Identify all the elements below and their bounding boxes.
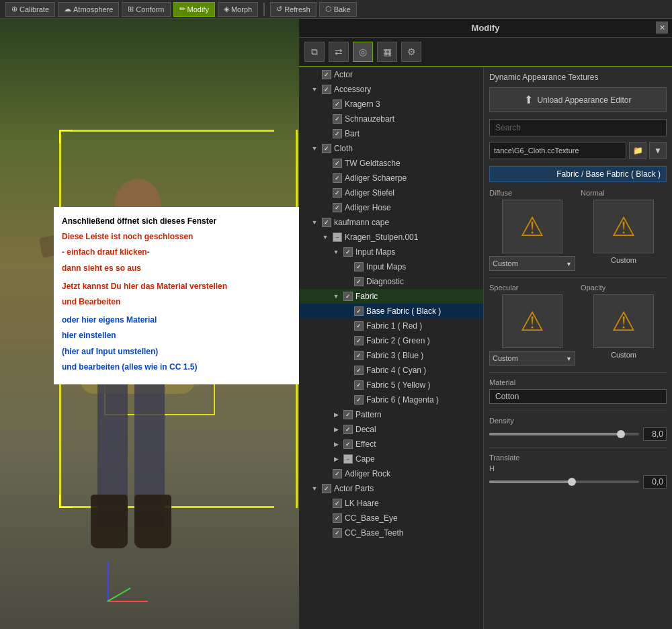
tree-arrow-cloth[interactable] [310, 144, 319, 153]
tree-item-fabric6[interactable]: Fabric 6 ( Magenta ) [299, 392, 483, 407]
tree-checkbox-ccteeth[interactable] [333, 528, 342, 538]
tree-arrow-actorparts[interactable] [310, 484, 319, 493]
density-slider-track[interactable] [489, 433, 639, 435]
tree-checkbox-effect[interactable] [343, 439, 353, 449]
material-value[interactable] [489, 389, 667, 404]
icon-btn-grid[interactable]: ▦ [377, 42, 397, 62]
tree-checkbox-fabric1[interactable] [354, 321, 364, 331]
tree-checkbox-cceye[interactable] [333, 513, 342, 523]
translate-slider-thumb[interactable] [568, 478, 576, 486]
tree-arrow-decal[interactable] [331, 425, 341, 434]
tree-item-actor[interactable]: Actor [299, 67, 483, 82]
icon-btn-circle[interactable]: ◎ [353, 42, 373, 62]
tree-checkbox-inputmaps[interactable] [343, 247, 353, 257]
tree-item-fabric[interactable]: Fabric [299, 289, 483, 304]
tree-checkbox-ahose[interactable] [333, 203, 342, 212]
tree-checkbox-cape[interactable]: − [343, 454, 353, 464]
tree-item-aschaerpe[interactable]: Adliger Schaerpe [299, 171, 483, 185]
tree-checkbox-actorparts[interactable] [322, 484, 331, 493]
tree-item-actorparts[interactable]: Actor Parts [299, 481, 483, 496]
tree-checkbox-kstulpen[interactable]: − [333, 233, 342, 242]
tree-checkbox-fabric6[interactable] [354, 395, 364, 405]
tree-checkbox-arock[interactable] [333, 469, 342, 478]
tree-item-fabric2[interactable]: Fabric 2 ( Green ) [299, 333, 483, 348]
tree-item-effect[interactable]: Effect [299, 437, 483, 452]
tree-item-kaufcape[interactable]: kaufmann cape [299, 215, 483, 230]
tree-item-arock[interactable]: Adliger Rock [299, 466, 483, 481]
tree-item-decal[interactable]: Decal [299, 422, 483, 437]
toolbar-btn-conform[interactable]: ⊞ Conform [122, 2, 170, 17]
tree-item-ahose[interactable]: Adliger Hose [299, 200, 483, 215]
specular-dropdown[interactable]: Custom [489, 351, 575, 366]
tree-item-accessory[interactable]: Accessory [299, 82, 483, 97]
tree-checkbox-decal[interactable] [343, 425, 353, 434]
tree-checkbox-kragern3[interactable] [333, 99, 342, 109]
modify-close-button[interactable]: ✕ [656, 22, 668, 34]
tree-arrow-fabric[interactable] [331, 292, 341, 301]
tree-arrow-inputmaps[interactable] [331, 247, 341, 257]
tree-item-cceye[interactable]: CC_Base_Eye [299, 511, 483, 526]
tree-item-pattern[interactable]: Pattern [299, 407, 483, 422]
tree-checkbox-fabric3[interactable] [354, 351, 364, 360]
tree-item-lkhaare[interactable]: LK Haare [299, 496, 483, 511]
tree-arrow-accessory[interactable] [310, 85, 319, 94]
tree-checkbox-fabric4[interactable] [354, 366, 364, 375]
texture-path-open-button[interactable]: 📁 [629, 142, 646, 159]
texture-path-dropdown-button[interactable]: ▼ [649, 142, 667, 159]
tree-item-kragern3[interactable]: Kragern 3 [299, 97, 483, 112]
tree-checkbox-cloth[interactable] [322, 144, 331, 153]
tree-checkbox-pattern[interactable] [343, 410, 353, 419]
translate-value-input[interactable] [643, 475, 667, 489]
tree-panel[interactable]: Actor Accessory Kragern 3 [299, 67, 484, 629]
diffuse-dropdown[interactable]: Custom [489, 256, 575, 271]
tree-arrow-effect[interactable] [331, 439, 341, 449]
tree-item-cloth[interactable]: Cloth [299, 141, 483, 156]
toolbar-btn-morph[interactable]: ◈ Morph [218, 2, 258, 17]
tree-arrow-pattern[interactable] [331, 410, 341, 419]
tree-item-fabric1[interactable]: Fabric 1 ( Red ) [299, 319, 483, 333]
tree-item-fabric3[interactable]: Fabric 3 ( Blue ) [299, 348, 483, 363]
tree-item-ccteeth[interactable]: CC_Base_Teeth [299, 526, 483, 540]
tree-checkbox-diagnostic[interactable] [354, 277, 364, 286]
texture-path-input[interactable] [489, 142, 626, 159]
toolbar-btn-atmosphere[interactable]: ☁ Atmosphere [58, 2, 119, 17]
unload-appearance-editor-button[interactable]: ⬆ Unload Appearance Editor [489, 87, 667, 112]
tree-item-cape[interactable]: − Cape [299, 452, 483, 466]
toolbar-btn-bake[interactable]: ⬡ Bake [319, 2, 357, 17]
toolbar-btn-modify[interactable]: ✏ Modify [173, 2, 215, 17]
toolbar-btn-refresh[interactable]: ↺ Refresh [270, 2, 317, 17]
tree-checkbox-basefabric[interactable] [354, 306, 364, 316]
tree-checkbox-actor[interactable] [322, 70, 331, 79]
tree-item-kstulpen[interactable]: − Kragen_Stulpen.001 [299, 230, 483, 245]
tree-checkbox-lkhaare[interactable] [333, 499, 342, 508]
tree-item-inputmaps2[interactable]: Input Maps [299, 259, 483, 274]
tree-item-astiefel[interactable]: Adliger Stiefel [299, 185, 483, 200]
tree-item-basefabric[interactable]: Base Fabric ( Black ) [299, 304, 483, 319]
icon-btn-gear[interactable]: ⚙ [401, 42, 421, 62]
tree-arrow-kstulpen[interactable] [321, 233, 330, 242]
tree-item-inputmaps[interactable]: Input Maps [299, 245, 483, 259]
tree-item-tgeldtasche[interactable]: TW Geldtasche [299, 156, 483, 171]
tree-item-bart[interactable]: Bart [299, 126, 483, 141]
tree-checkbox-bart[interactable] [333, 129, 342, 138]
tree-checkbox-fabric2[interactable] [354, 336, 364, 345]
tree-item-fabric5[interactable]: Fabric 5 ( Yellow ) [299, 378, 483, 392]
tree-checkbox-fabric5[interactable] [354, 380, 364, 390]
icon-btn-arrows[interactable]: ⇄ [329, 42, 349, 62]
viewport[interactable]: Anschließend öffnet sich dieses Fenster … [0, 19, 299, 629]
tree-checkbox-kaufcape[interactable] [322, 218, 331, 227]
tree-checkbox-fabric[interactable] [343, 292, 353, 301]
icon-btn-sliders[interactable]: ⧉ [304, 42, 325, 62]
translate-slider-track[interactable] [489, 480, 639, 483]
tree-checkbox-astiefel[interactable] [333, 188, 342, 198]
search-input[interactable] [489, 119, 667, 136]
density-value-input[interactable] [643, 427, 667, 441]
tree-checkbox-tgeldtasche[interactable] [333, 159, 342, 168]
tree-item-fabric4[interactable]: Fabric 4 ( Cyan ) [299, 363, 483, 378]
tree-item-schnauzebart[interactable]: Schnauzebart [299, 112, 483, 126]
tree-checkbox-inputmaps2[interactable] [354, 262, 364, 271]
tree-arrow-kaufcape[interactable] [310, 218, 319, 227]
tree-arrow-cape[interactable] [331, 454, 341, 464]
tree-item-diagnostic[interactable]: Diagnostic [299, 274, 483, 289]
tree-checkbox-aschaerpe[interactable] [333, 173, 342, 183]
